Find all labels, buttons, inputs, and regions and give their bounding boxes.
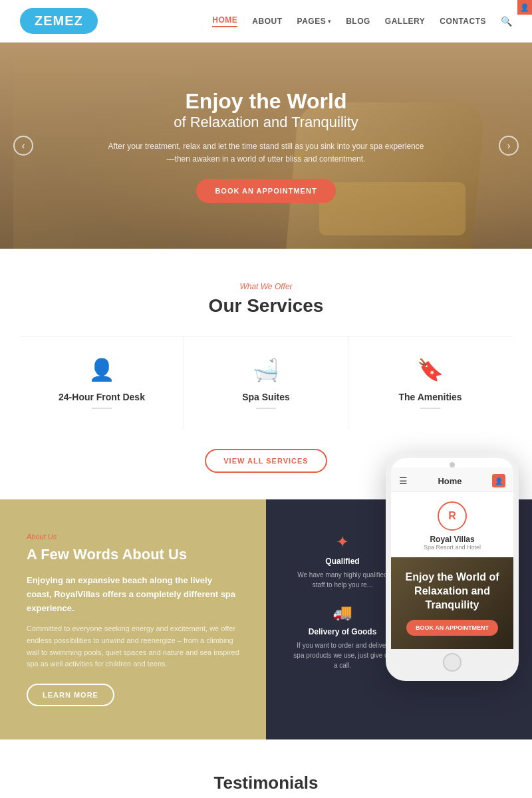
phone-user-icon: 👤 bbox=[492, 474, 505, 487]
nav-blog[interactable]: BLOG bbox=[346, 17, 370, 26]
view-all-services-button[interactable]: VIEW ALL SERVICES bbox=[205, 449, 327, 473]
phone-brand-sub: Spa Resort and Hotel bbox=[398, 544, 507, 551]
nav-gallery[interactable]: GALLERY bbox=[385, 17, 425, 26]
frontdesk-name: 24-Hour Front Desk bbox=[33, 392, 170, 402]
hero-headline1: Enjoy the World bbox=[106, 88, 426, 114]
amenities-icon: 🔖 bbox=[362, 357, 499, 382]
site-header: ZEMEZ HOME ABOUT PAGES ▾ BLOG GALLERY CO… bbox=[0, 0, 532, 43]
delivery-icon: 🚚 bbox=[293, 603, 392, 622]
services-subtitle: What We Offer bbox=[20, 282, 512, 291]
nav-pages-wrap[interactable]: PAGES ▾ bbox=[297, 17, 332, 26]
hero-body: After your treatment, relax and let the … bbox=[106, 140, 426, 166]
service-item-frontdesk: 👤 24-Hour Front Desk bbox=[20, 337, 184, 429]
qualified-name: Qualified bbox=[293, 557, 392, 566]
chevron-down-icon: ▾ bbox=[328, 18, 331, 25]
hero-prev-button[interactable]: ‹ bbox=[13, 136, 33, 156]
qualified-desc: We have many highly qualified staff to h… bbox=[293, 570, 392, 590]
about-text: Committed to everyone seeking energy and… bbox=[27, 623, 239, 670]
spa-divider bbox=[256, 408, 276, 409]
delivery-desc: If you want to order and deliver spa pro… bbox=[293, 640, 392, 670]
nav-home[interactable]: HOME bbox=[212, 15, 237, 27]
about-left-panel: About Us A Few Words About Us Enjoying a… bbox=[0, 499, 266, 739]
delivery-name: Delivery of Goods bbox=[293, 627, 392, 636]
about-text-bold: Enjoying an expansive beach along the li… bbox=[27, 574, 239, 615]
services-title: Our Services bbox=[20, 295, 512, 317]
phone-brand-name: Royal Villas bbox=[398, 535, 507, 544]
main-nav: HOME ABOUT PAGES ▾ BLOG GALLERY CONTACTS… bbox=[212, 15, 512, 27]
learn-more-button[interactable]: LEARN MORE bbox=[27, 684, 114, 706]
feature-delivery: 🚚 Delivery of Goods If you want to order… bbox=[293, 603, 392, 670]
hero-content: Enjoy the World of Relaxation and Tranqu… bbox=[106, 88, 426, 203]
phone-home-button[interactable] bbox=[391, 649, 513, 676]
phone-top-bar: ☰ Home 👤 bbox=[391, 467, 513, 492]
qualified-icon: ✦ bbox=[293, 533, 392, 551]
phone-home-circle-icon bbox=[443, 653, 462, 672]
nav-contacts[interactable]: CONTACTS bbox=[440, 17, 486, 26]
phone-brand-circle: R bbox=[438, 501, 467, 531]
service-item-amenities: 🔖 The Amenities bbox=[348, 337, 512, 429]
frontdesk-divider bbox=[92, 408, 112, 409]
about-subtitle: About Us bbox=[27, 533, 239, 541]
amenities-divider bbox=[420, 408, 440, 409]
testimonials-section: Testimonials " No better way to rediscov… bbox=[0, 739, 532, 798]
user-icon-top[interactable]: 👤 bbox=[517, 0, 532, 15]
phone-menu-icon: ☰ bbox=[399, 475, 408, 486]
phone-home-label: Home bbox=[438, 476, 462, 486]
book-appointment-button[interactable]: BOOK AN APPOINTMENT bbox=[196, 179, 335, 203]
amenities-name: The Amenities bbox=[362, 392, 499, 402]
hero-section: ‹ Enjoy the World of Relaxation and Tran… bbox=[0, 43, 532, 249]
frontdesk-icon: 👤 bbox=[33, 357, 170, 382]
logo[interactable]: ZEMEZ bbox=[20, 8, 98, 34]
phone-book-button[interactable]: BOOK AN APPOINTMENT bbox=[406, 620, 498, 636]
testimonials-title: Testimonials bbox=[20, 773, 512, 793]
hero-headline2: of Relaxation and Tranquility bbox=[106, 114, 426, 131]
phone-brand-section: R Royal Villas Spa Resort and Hotel bbox=[391, 492, 513, 557]
feature-qualified: ✦ Qualified We have many highly qualifie… bbox=[293, 533, 392, 590]
services-grid: 👤 24-Hour Front Desk 🛁 Spa Suites 🔖 The … bbox=[20, 336, 512, 429]
phone-hero-section: Enjoy the World of Relaxation and Tranqu… bbox=[391, 557, 513, 649]
spa-icon: 🛁 bbox=[198, 357, 334, 382]
search-icon[interactable]: 🔍 bbox=[501, 16, 512, 27]
phone-camera bbox=[450, 462, 455, 467]
phone-hero-text: Enjoy the World of Relaxation and Tranqu… bbox=[400, 571, 504, 612]
spa-name: Spa Suites bbox=[198, 392, 334, 402]
about-section: About Us A Few Words About Us Enjoying a… bbox=[0, 499, 532, 739]
about-title: A Few Words About Us bbox=[27, 546, 239, 563]
nav-about[interactable]: ABOUT bbox=[252, 17, 282, 26]
nav-pages[interactable]: PAGES bbox=[297, 17, 327, 26]
hero-next-button[interactable]: › bbox=[499, 136, 519, 156]
service-item-spa: 🛁 Spa Suites bbox=[184, 337, 348, 429]
phone-mockup: ☰ Home 👤 R Royal Villas Spa Resort and H… bbox=[386, 453, 519, 681]
